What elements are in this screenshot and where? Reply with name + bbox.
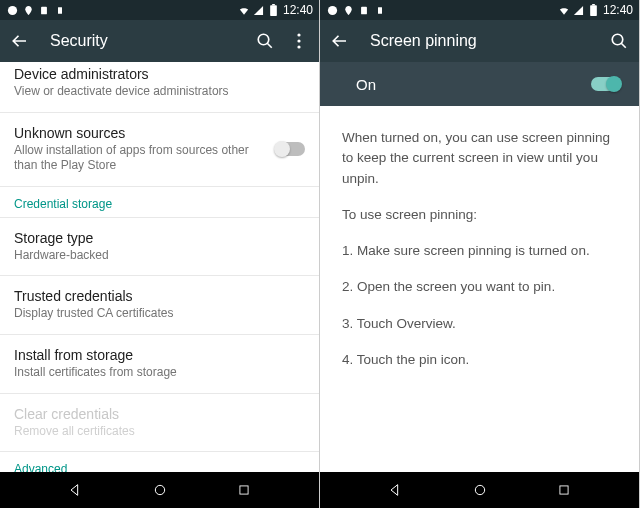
item-title: Device administrators (14, 66, 305, 82)
svg-rect-18 (560, 486, 568, 494)
item-sub: View or deactivate device administrators (14, 84, 305, 100)
svg-point-16 (612, 34, 623, 45)
svg-point-8 (297, 45, 300, 48)
clock: 12:40 (283, 3, 313, 17)
item-unknown-sources[interactable]: Unknown sources Allow installation of ap… (0, 113, 319, 187)
screen-security: 12:40 Security Device administrators Vie… (0, 0, 320, 508)
battery-icon (588, 4, 600, 16)
location-icon (22, 4, 34, 16)
toggle-bar: On (320, 62, 639, 106)
nav-back-icon[interactable] (385, 480, 405, 500)
nav-home-icon[interactable] (470, 480, 490, 500)
svg-rect-3 (271, 5, 278, 16)
svg-rect-13 (378, 7, 382, 14)
item-title: Trusted credentials (14, 288, 305, 304)
search-icon[interactable] (609, 31, 629, 51)
status-right: 12:40 (238, 3, 313, 17)
svg-rect-4 (273, 4, 276, 5)
search-icon[interactable] (255, 31, 275, 51)
wifi-icon (558, 4, 570, 16)
battery-icon (268, 4, 280, 16)
item-sub: Allow installation of apps from sources … (14, 143, 267, 174)
item-title: Install from storage (14, 347, 305, 363)
notif-icon (326, 4, 338, 16)
status-bar: 12:40 (0, 0, 319, 20)
item-sub: Hardware-backed (14, 248, 305, 264)
nav-bar (320, 472, 639, 508)
toggle-label: On (356, 76, 376, 93)
app-bar: Screen pinning (320, 20, 639, 62)
info-body: When turned on, you can use screen pinni… (320, 106, 639, 472)
item-device-admins[interactable]: Device administrators View or deactivate… (0, 62, 319, 113)
item-title: Clear credentials (14, 406, 305, 422)
page-title: Screen pinning (370, 32, 477, 50)
svg-rect-2 (58, 7, 62, 14)
signal-icon (253, 4, 265, 16)
info-step-2: 2. Open the screen you want to pin. (342, 277, 617, 297)
svg-point-6 (297, 33, 300, 36)
item-sub: Remove all certificates (14, 424, 305, 440)
status-right: 12:40 (558, 3, 633, 17)
location-icon (342, 4, 354, 16)
sd-icon (54, 4, 66, 16)
toggle-screen-pinning[interactable] (591, 77, 621, 91)
toggle-unknown-sources[interactable] (275, 142, 305, 156)
nav-back-icon[interactable] (65, 480, 85, 500)
svg-rect-15 (593, 4, 596, 5)
svg-rect-12 (361, 6, 367, 14)
wifi-icon (238, 4, 250, 16)
item-title: Unknown sources (14, 125, 267, 141)
info-step-4: 4. Touch the pin icon. (342, 350, 617, 370)
svg-rect-1 (41, 6, 47, 14)
screen-pinning: 12:40 Screen pinning On When turned on, … (320, 0, 640, 508)
notif-icon (6, 4, 18, 16)
svg-point-11 (327, 5, 336, 14)
item-clear-credentials: Clear credentials Remove all certificate… (0, 394, 319, 453)
svg-point-17 (475, 485, 484, 494)
nav-home-icon[interactable] (150, 480, 170, 500)
item-sub: Display trusted CA certificates (14, 306, 305, 322)
signal-icon (573, 4, 585, 16)
svg-point-5 (258, 34, 269, 45)
status-left (326, 4, 386, 16)
item-title: Storage type (14, 230, 305, 246)
svg-point-7 (297, 39, 300, 42)
info-howto: To use screen pinning: (342, 205, 617, 225)
svg-rect-10 (240, 486, 248, 494)
section-credential-storage: Credential storage (0, 187, 319, 218)
status-left (6, 4, 66, 16)
info-intro: When turned on, you can use screen pinni… (342, 128, 617, 189)
status-bar: 12:40 (320, 0, 639, 20)
nav-overview-icon[interactable] (234, 480, 254, 500)
back-icon[interactable] (10, 31, 30, 51)
back-icon[interactable] (330, 31, 350, 51)
info-step-3: 3. Touch Overview. (342, 314, 617, 334)
sim-icon (358, 4, 370, 16)
nav-bar (0, 472, 319, 508)
settings-list: Device administrators View or deactivate… (0, 62, 319, 472)
overflow-icon[interactable] (289, 31, 309, 51)
item-sub: Install certificates from storage (14, 365, 305, 381)
svg-rect-14 (591, 5, 598, 16)
app-bar: Security (0, 20, 319, 62)
nav-overview-icon[interactable] (554, 480, 574, 500)
section-advanced: Advanced (0, 452, 319, 472)
item-trusted-credentials[interactable]: Trusted credentials Display trusted CA c… (0, 276, 319, 335)
item-storage-type[interactable]: Storage type Hardware-backed (0, 218, 319, 277)
sim-icon (38, 4, 50, 16)
item-install-from-storage[interactable]: Install from storage Install certificate… (0, 335, 319, 394)
svg-point-9 (155, 485, 164, 494)
page-title: Security (50, 32, 108, 50)
info-step-1: 1. Make sure screen pinning is turned on… (342, 241, 617, 261)
clock: 12:40 (603, 3, 633, 17)
sd-icon (374, 4, 386, 16)
svg-point-0 (7, 5, 16, 14)
